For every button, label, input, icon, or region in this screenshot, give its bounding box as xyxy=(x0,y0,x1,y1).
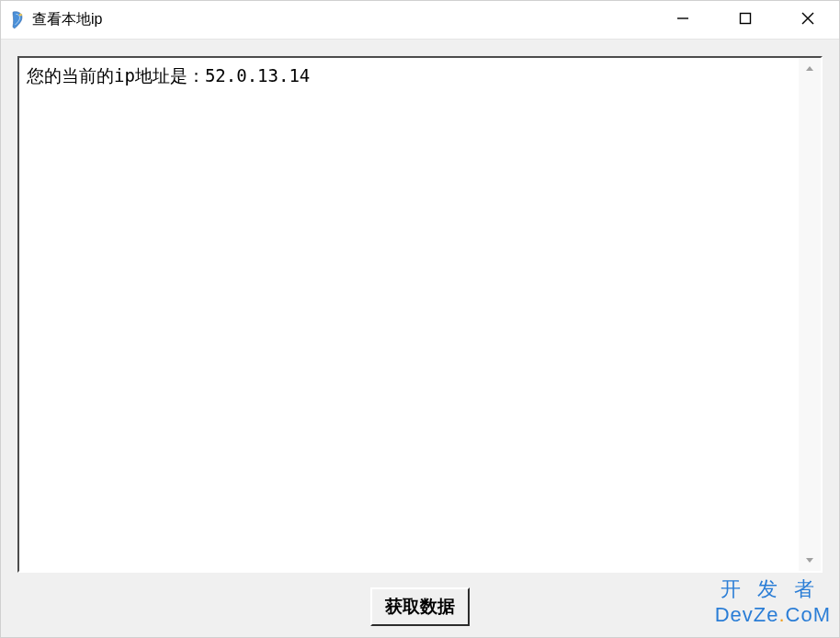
maximize-icon xyxy=(739,12,752,28)
fetch-data-button[interactable]: 获取数据 xyxy=(370,587,470,626)
close-button[interactable] xyxy=(777,1,839,39)
svg-point-0 xyxy=(19,14,22,16)
titlebar: 查看本地ip xyxy=(1,1,839,40)
client-area: 您的当前的ip地址是：52.0.13.14 获取数据 xyxy=(1,40,839,637)
minimize-icon xyxy=(676,12,689,28)
svg-rect-2 xyxy=(741,14,751,24)
close-icon xyxy=(801,12,814,28)
maximize-button[interactable] xyxy=(714,1,777,39)
scroll-down-icon xyxy=(802,553,817,567)
button-row: 获取数据 xyxy=(17,573,823,626)
app-window: 查看本地ip xyxy=(0,0,840,638)
app-icon xyxy=(8,11,27,29)
minimize-button[interactable] xyxy=(652,1,714,39)
scroll-up-icon xyxy=(802,62,817,76)
ip-output-textbox[interactable]: 您的当前的ip地址是：52.0.13.14 xyxy=(19,58,799,571)
window-controls xyxy=(652,1,839,39)
vertical-scrollbar[interactable] xyxy=(799,58,821,571)
text-frame: 您的当前的ip地址是：52.0.13.14 xyxy=(17,56,823,573)
titlebar-left: 查看本地ip xyxy=(1,10,102,29)
window-title: 查看本地ip xyxy=(32,10,102,29)
